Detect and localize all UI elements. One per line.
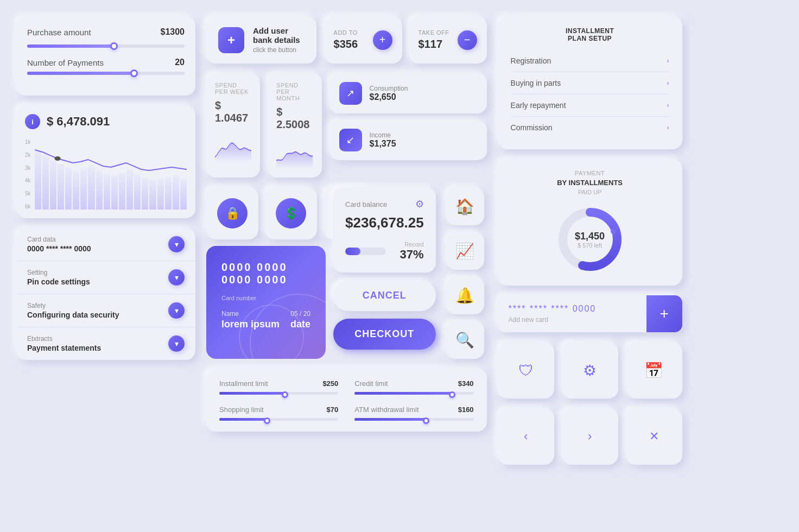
y-label-3k: 3k (25, 165, 31, 171)
y-label-5k: 5k (25, 191, 31, 197)
purchase-slider-thumb[interactable] (110, 42, 118, 50)
settings-gear-icon[interactable]: ⚙ (415, 198, 424, 210)
installment-early-repayment[interactable]: Early repayment › (511, 94, 669, 117)
take-off-card: TAKE OFF $117 − (409, 16, 487, 64)
purchase-label: Purchase amount (27, 28, 91, 37)
consumption-card: ↗ Consumption $2,650 (329, 73, 487, 113)
search-icon: 🔍 (455, 331, 474, 349)
record-bar-fill (345, 248, 360, 255)
bell-nav-card[interactable]: 🔔 (446, 276, 484, 314)
atm-limit-item: ATM withdrawal limit $160 (354, 406, 473, 421)
gear-icon-card[interactable]: ⚙ (562, 342, 618, 398)
search-nav-card[interactable]: 🔍 (446, 321, 484, 359)
settings-main-pin: Pin code settings (27, 277, 90, 286)
calendar-icon: 📅 (644, 362, 663, 379)
installment-chevron-3: › (667, 102, 669, 109)
payment-inst-status: PAID UP (511, 189, 669, 195)
chart-y-labels: 6k 5k 4k 3k 2k 1k (25, 139, 31, 210)
add-bank-icon[interactable]: + (218, 27, 244, 53)
spend-month-chart (276, 136, 313, 169)
installment-limit-item: Installment limit $250 (219, 379, 338, 395)
installment-limit-label: Installment limit (219, 379, 268, 388)
spend-month-card: SPEND PER MONTH $ 2.5008 (268, 73, 321, 178)
atm-limit-thumb[interactable] (423, 417, 429, 424)
purchase-value: $1300 (161, 27, 185, 37)
shopping-limit-value: $70 (327, 406, 339, 414)
spend-month-period: PER MONTH (276, 88, 313, 102)
y-label-6k: 6k (25, 204, 31, 210)
settings-item-card-data[interactable]: Card data 0000 **** **** 0000 ▾ (16, 228, 195, 261)
spend-week-period: PER WEEK (215, 88, 251, 95)
back-nav-card[interactable]: ‹ (498, 408, 554, 465)
card-balance-label: Card balance (345, 200, 387, 208)
settings-item-pin[interactable]: Setting Pin code settings ▾ (16, 261, 195, 294)
calendar-icon-card[interactable]: 📅 (626, 342, 682, 398)
chart-line-svg (35, 139, 187, 210)
close-nav-card[interactable]: ✕ (626, 408, 682, 465)
settings-item-safety[interactable]: Safety Configuring data security ▾ (16, 294, 195, 327)
installment-limit-thumb[interactable] (282, 391, 288, 398)
card-balance-value: $236,678.25 (345, 214, 424, 231)
lock-icon-card[interactable]: 🔒 (206, 187, 258, 239)
card-number: 0000 0000 0000 0000 (221, 261, 310, 286)
payments-slider-thumb[interactable] (130, 69, 138, 77)
info-badge[interactable]: i (25, 114, 40, 129)
installment-commission[interactable]: Commission › (511, 117, 669, 138)
payments-slider-fill (27, 72, 134, 75)
installment-buying[interactable]: Buying in parts › (511, 72, 669, 94)
settings-card: Card data 0000 **** **** 0000 ▾ Setting … (16, 228, 195, 360)
shield-icon: 🛡 (518, 362, 534, 379)
back-icon: ‹ (524, 429, 528, 444)
checkout-button[interactable]: CHECKOUT (333, 319, 436, 350)
chevron-extracts-btn[interactable]: ▾ (168, 335, 185, 352)
bottom-icons-row: 🛡 ⚙ 📅 (498, 342, 682, 398)
cancel-button[interactable]: CANCEL (333, 280, 436, 311)
add-bank-title: Add user bank details (253, 26, 305, 45)
shopping-limit-label: Shopping limit (219, 406, 264, 414)
shopping-limit-item: Shopping limit $70 (219, 406, 338, 421)
shield-icon-card[interactable]: 🛡 (498, 342, 554, 398)
chevron-safety-btn[interactable]: ▾ (168, 302, 185, 319)
chevron-card-btn[interactable]: ▾ (168, 236, 185, 252)
left-column: Purchase amount $1300 Number of Payments… (16, 16, 195, 516)
donut-chart: $1,450 $ 570 left (511, 204, 669, 275)
credit-limit-fill (354, 392, 452, 395)
take-off-button[interactable]: − (458, 30, 477, 50)
spend-month-amount: $ 2.5008 (276, 106, 313, 131)
spend-week-label: SPEND (215, 82, 251, 88)
payments-label: Number of Payments (27, 58, 104, 67)
home-nav-card[interactable]: 🏠 (446, 187, 484, 225)
record-percent: 37% (400, 248, 424, 262)
add-to-label: ADD TO (334, 29, 358, 36)
payment-inst-subtitle: BY INSTALLMENTS (511, 179, 669, 187)
purchase-card: Purchase amount $1300 Number of Payments… (16, 16, 195, 96)
add-new-card-row: **** **** **** 0000 Add new card + (498, 295, 682, 332)
forward-nav-card[interactable]: › (562, 408, 618, 465)
credit-limit-label: Credit limit (354, 379, 388, 388)
gear-icon: ⚙ (583, 362, 597, 379)
donut-sub: $ 570 left (575, 242, 605, 249)
shopping-limit-thumb[interactable] (264, 417, 270, 424)
dollar-icon: 💲 (276, 198, 306, 229)
atm-limit-track (354, 418, 473, 421)
chart-card: i $ 6,478.091 6k 5k 4k 3k 2k 1k (16, 105, 195, 218)
installment-registration[interactable]: Registration › (511, 50, 669, 72)
spend-month-label: SPEND (276, 82, 313, 88)
dollar-icon-card[interactable]: 💲 (265, 187, 317, 239)
add-card-button[interactable]: + (646, 295, 682, 332)
consumption-label: Consumption (370, 85, 408, 92)
payments-slider-track[interactable] (27, 72, 185, 75)
spend-week-card: SPEND PER WEEK $ 1.0467 (206, 73, 260, 178)
purchase-slider-track[interactable] (27, 45, 185, 48)
add-to-button[interactable]: + (373, 30, 392, 50)
consumption-value: $2,650 (370, 92, 408, 102)
analytics-nav-card[interactable]: 📈 (446, 232, 484, 270)
settings-sub-safety: Safety (27, 302, 119, 309)
credit-limit-thumb[interactable] (449, 391, 455, 398)
purchase-slider-fill (27, 45, 114, 48)
settings-item-extracts[interactable]: Etxtracts Payment statements ▾ (16, 327, 195, 360)
analytics-icon: 📈 (455, 242, 474, 260)
chevron-pin-btn[interactable]: ▾ (168, 269, 185, 286)
svg-point-2 (611, 229, 616, 234)
consumption-icon: ↗ (339, 82, 362, 105)
